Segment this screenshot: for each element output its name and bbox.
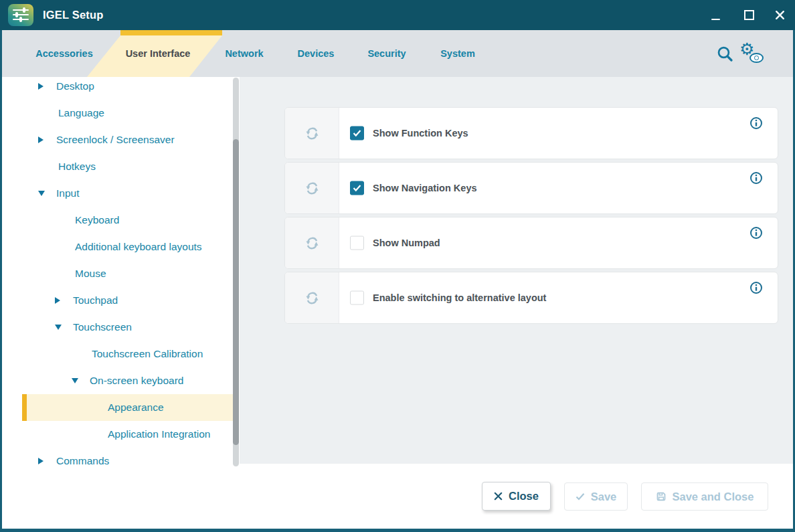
save-and-close-button[interactable]: Save and Close [641, 482, 768, 511]
tree-item-additional-keyboard-layouts[interactable]: Additional keyboard layouts [2, 234, 233, 260]
check-icon [576, 493, 585, 501]
reset-sync-icon [303, 124, 321, 143]
tab-devices[interactable]: Devices [298, 30, 335, 77]
close-window-button[interactable] [771, 6, 788, 23]
tree-item-hotkeys[interactable]: Hotkeys [2, 153, 233, 180]
tree-item-input[interactable]: Input [2, 180, 233, 207]
info-icon[interactable] [749, 116, 763, 130]
tab-user-interface[interactable]: User Interface [126, 30, 191, 77]
tree-item-mouse[interactable]: Mouse [2, 260, 233, 287]
tree-item-application-integration[interactable]: Application Integration [2, 421, 233, 448]
chevron-right-icon [38, 137, 45, 143]
close-button-label: Close [509, 490, 539, 503]
setting-label: Show Function Keys [373, 128, 468, 139]
reset-sync-icon [303, 289, 321, 307]
window-title: IGEL Setup [43, 0, 104, 30]
tab-system[interactable]: System [440, 30, 475, 77]
tab-security[interactable]: Security [367, 30, 406, 77]
chevron-right-icon [55, 297, 62, 304]
settings-visibility-icon[interactable]: ⚙ [741, 30, 764, 77]
checkbox-show-function-keys[interactable] [350, 126, 364, 141]
close-x-icon [494, 492, 503, 501]
save-button-label: Save [591, 491, 617, 503]
tree-item-touchscreen-calibration[interactable]: Touchscreen Calibration [2, 341, 233, 367]
chevron-right-icon [38, 458, 45, 464]
chevron-down-icon [72, 378, 78, 383]
tree-item-touchpad[interactable]: Touchpad [2, 287, 233, 314]
chevron-down-icon [38, 191, 45, 196]
setting-label: Enable switching to alternative layout [373, 292, 546, 303]
igel-setup-window: IGEL Setup Accessories User Interface Ne… [0, 0, 795, 532]
minimize-button[interactable] [707, 6, 724, 23]
save-button[interactable]: Save [564, 482, 628, 511]
tree-item-screenlock[interactable]: Screenlock / Screensaver [2, 126, 233, 153]
checkbox-show-navigation-keys[interactable] [350, 181, 364, 195]
tree-item-keyboard[interactable]: Keyboard [2, 207, 233, 234]
setting-card: Show Function Keys [284, 107, 778, 159]
checkbox-show-numpad[interactable] [350, 236, 364, 250]
info-icon[interactable] [749, 281, 763, 294]
title-bar: IGEL Setup [0, 0, 795, 30]
tree-item-language[interactable]: Language [2, 100, 233, 126]
reset-to-default-button[interactable] [285, 108, 339, 159]
chevron-right-icon [38, 83, 45, 90]
setting-card: Enable switching to alternative layout [284, 272, 778, 324]
tree-item-touchscreen[interactable]: Touchscreen [2, 314, 233, 341]
info-icon[interactable] [749, 171, 763, 185]
tab-network[interactable]: Network [225, 30, 263, 77]
setting-card: Show Navigation Keys [284, 162, 778, 214]
maximize-button[interactable] [740, 6, 758, 23]
settings-tree: Desktop Language Screenlock / Screensave… [2, 73, 233, 474]
tree-item-appearance[interactable]: Appearance [2, 394, 233, 421]
close-button[interactable]: Close [482, 482, 551, 511]
tree-item-desktop[interactable]: Desktop [2, 73, 233, 100]
reset-to-default-button[interactable] [285, 217, 339, 268]
reset-to-default-button[interactable] [285, 163, 339, 213]
tab-accessories[interactable]: Accessories [35, 30, 92, 77]
eye-icon [749, 53, 764, 63]
tree-item-commands[interactable]: Commands [2, 448, 233, 474]
save-and-close-button-label: Save and Close [673, 491, 754, 503]
content-area: Desktop Language Screenlock / Screensave… [2, 77, 793, 529]
setting-label: Show Navigation Keys [373, 183, 477, 193]
floppy-disk-icon [656, 491, 667, 502]
setting-label: Show Numpad [373, 238, 440, 248]
app-logo-icon [8, 4, 33, 26]
search-icon[interactable] [716, 30, 734, 77]
reset-sync-icon [303, 179, 321, 197]
sidebar-scrollbar-thumb[interactable] [233, 139, 239, 445]
info-icon[interactable] [749, 226, 763, 240]
tab-bar: Accessories User Interface Network Devic… [2, 30, 793, 77]
settings-panel: Show Function Keys Show Nav [240, 77, 793, 464]
tree-item-on-screen-keyboard[interactable]: On-screen keyboard [2, 367, 233, 394]
setting-card: Show Numpad [284, 217, 778, 269]
chevron-down-icon [55, 325, 62, 330]
checkbox-enable-switching-alternative-layout[interactable] [350, 291, 364, 305]
reset-to-default-button[interactable] [285, 272, 339, 323]
reset-sync-icon [303, 234, 321, 252]
